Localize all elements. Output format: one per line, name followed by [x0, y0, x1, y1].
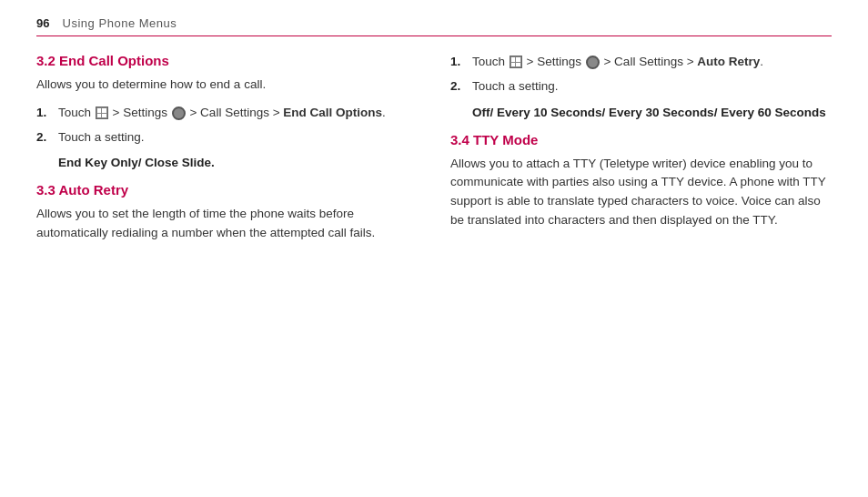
section-33-desc: Allows you to set the length of time the… [36, 205, 418, 243]
step-33-1: 1. Touch > Settings > Call Settings > Au… [450, 53, 832, 71]
section-33: 3.3 Auto Retry Allows you to set the len… [36, 182, 418, 243]
page: 96 Using Phone Menus 3.2 End Call Option… [0, 0, 868, 269]
step-32-1-mid2: > Call Settings > End Call Options. [189, 106, 385, 119]
section-32: 3.2 End Call Options Allows you to deter… [36, 53, 418, 169]
left-column: 3.2 End Call Options Allows you to deter… [36, 53, 418, 252]
gear-icon-2 [586, 56, 600, 69]
content-columns: 3.2 End Call Options Allows you to deter… [36, 53, 832, 252]
step-33-1-num: 1. [450, 53, 467, 71]
section-32-desc: Allows you to determine how to end a cal… [36, 76, 418, 95]
step-32-2: 2. Touch a setting. [36, 128, 418, 147]
step-33-2-content: Touch a setting. [472, 77, 832, 96]
step-32-1-num: 1. [36, 104, 53, 122]
step-32-1: 1. Touch > Settings > Call Settings > En… [36, 104, 418, 122]
section-34-title: 3.4 TTY Mode [450, 132, 832, 147]
gear-icon [172, 106, 186, 120]
header-title: Using Phone Menus [62, 16, 177, 30]
section-32-title: 3.2 End Call Options [36, 53, 418, 68]
right-column: 1. Touch > Settings > Call Settings > Au… [450, 53, 832, 252]
step-33-1-content: Touch > Settings > Call Settings > Auto … [472, 53, 832, 71]
step-32-1-content: Touch > Settings > Call Settings > End C… [58, 104, 418, 122]
step-32-1-touch: Touch [58, 106, 95, 119]
step-33-1-mid1: > Settings [527, 55, 585, 68]
section-33-title: 3.3 Auto Retry [36, 182, 418, 198]
step-33-1-touch: Touch [472, 55, 509, 68]
section-32-steps: 1. Touch > Settings > Call Settings > En… [36, 104, 418, 147]
section-33-right: 1. Touch > Settings > Call Settings > Au… [450, 53, 832, 119]
section-34-desc: Allows you to attach a TTY (Teletype wri… [450, 155, 832, 231]
section-33-option: Off/ Every 10 Seconds/ Every 30 Seconds/… [472, 106, 832, 119]
step-33-2-num: 2. [450, 77, 467, 96]
step-32-2-num: 2. [36, 128, 53, 147]
page-header: 96 Using Phone Menus [36, 16, 832, 36]
section-33-right-steps: 1. Touch > Settings > Call Settings > Au… [450, 53, 832, 96]
page-number: 96 [36, 16, 49, 30]
grid-icon-2 [510, 56, 522, 68]
step-33-2: 2. Touch a setting. [450, 77, 832, 96]
grid-icon [96, 106, 108, 119]
section-34: 3.4 TTY Mode Allows you to attach a TTY … [450, 132, 832, 231]
step-32-1-mid1: > Settings [113, 106, 171, 119]
step-33-1-mid2: > Call Settings > Auto Retry. [603, 55, 763, 68]
step-32-2-content: Touch a setting. [58, 128, 418, 147]
section-32-option: End Key Only/ Close Slide. [58, 156, 418, 169]
